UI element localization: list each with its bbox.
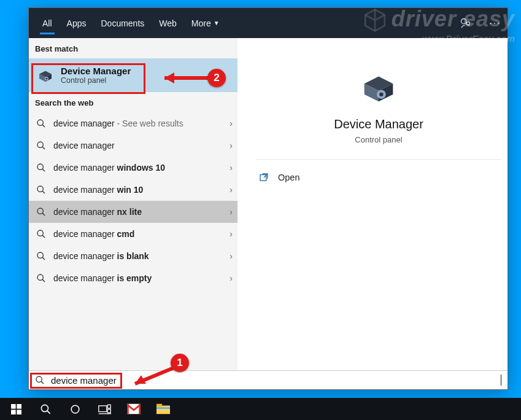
tab-more[interactable]: More▼: [184, 8, 227, 38]
search-icon: [36, 163, 46, 173]
search-icon: [36, 185, 46, 195]
svg-point-38: [41, 405, 48, 411]
open-action[interactable]: Open: [256, 166, 501, 189]
svg-point-8: [37, 142, 43, 147]
more-options-icon[interactable]: ···: [487, 15, 504, 32]
best-match-result[interactable]: Device Manager Control panel: [29, 58, 237, 92]
preview-pane: Device Manager Control panel Open: [237, 38, 507, 370]
svg-rect-41: [98, 405, 106, 411]
svg-line-29: [41, 381, 44, 384]
web-result[interactable]: device manager win 10 ›: [29, 179, 237, 201]
chevron-right-icon: ›: [230, 163, 233, 173]
taskbar-search-button[interactable]: [32, 398, 59, 420]
chevron-right-icon: ›: [230, 119, 233, 128]
svg-rect-35: [17, 404, 21, 409]
search-icon: [36, 207, 46, 217]
text-caret: [501, 375, 501, 386]
divider: [256, 159, 501, 160]
preview-subtitle: Control panel: [256, 135, 501, 144]
search-icon: [35, 375, 45, 385]
svg-point-14: [37, 208, 43, 214]
web-result[interactable]: device manager nx lite ›: [29, 201, 237, 223]
svg-point-12: [37, 186, 43, 192]
start-button[interactable]: [2, 398, 29, 420]
tab-apps[interactable]: Apps: [60, 8, 94, 38]
svg-point-16: [37, 230, 43, 236]
svg-point-40: [71, 405, 79, 413]
svg-point-0: [461, 18, 466, 23]
gmail-icon: [127, 403, 141, 414]
chevron-right-icon: ›: [230, 251, 233, 261]
tab-all[interactable]: All: [35, 8, 60, 38]
svg-point-5: [46, 77, 48, 79]
chevron-right-icon: ›: [230, 185, 233, 195]
feedback-icon[interactable]: [457, 15, 474, 32]
web-result[interactable]: device manager is empty ›: [29, 267, 237, 289]
search-input[interactable]: [51, 375, 501, 386]
device-manager-icon: [36, 66, 55, 85]
svg-rect-37: [17, 410, 21, 414]
best-match-title: Device Manager: [61, 66, 131, 76]
taskbar-gmail-button[interactable]: [120, 398, 147, 420]
svg-rect-34: [11, 404, 16, 409]
search-icon: [36, 273, 46, 283]
svg-rect-46: [127, 404, 129, 414]
search-icon: [40, 403, 52, 415]
taskbar-cortana-button[interactable]: [61, 398, 88, 420]
file-explorer-icon: [156, 403, 170, 414]
search-top-bar: All Apps Documents Web More▼ ···: [29, 8, 507, 38]
chevron-right-icon: ›: [230, 207, 233, 217]
svg-rect-49: [156, 404, 162, 407]
chevron-right-icon: ›: [230, 141, 233, 150]
search-icon: [36, 119, 46, 128]
cortana-icon: [69, 403, 81, 415]
results-column: Best match Device Manager Control panel …: [29, 38, 237, 370]
web-result[interactable]: device manager - See web results ›: [29, 112, 237, 134]
open-icon: [258, 172, 269, 183]
svg-rect-43: [107, 409, 110, 413]
best-match-subtitle: Control panel: [61, 76, 131, 85]
tab-documents[interactable]: Documents: [93, 8, 152, 38]
windows-logo-icon: [11, 404, 21, 414]
svg-line-39: [47, 410, 50, 413]
tab-web[interactable]: Web: [152, 8, 184, 38]
svg-rect-47: [139, 404, 141, 414]
svg-point-20: [37, 274, 43, 280]
svg-line-21: [42, 279, 45, 282]
taskbar: [0, 398, 521, 420]
chevron-right-icon: ›: [230, 229, 233, 239]
svg-line-9: [42, 147, 45, 149]
svg-line-17: [42, 235, 45, 238]
svg-point-18: [37, 252, 43, 258]
svg-rect-48: [156, 406, 170, 414]
web-result[interactable]: device manager ›: [29, 134, 237, 157]
svg-line-19: [42, 257, 45, 260]
section-search-web-label: Search the web: [29, 92, 237, 112]
svg-rect-36: [11, 410, 16, 414]
taskbar-explorer-button[interactable]: [150, 398, 177, 420]
svg-rect-42: [107, 405, 110, 408]
taskbar-taskview-button[interactable]: [91, 398, 118, 420]
search-icon: [36, 229, 46, 239]
search-icon: [36, 141, 46, 150]
preview-title: Device Manager: [256, 117, 501, 131]
chevron-down-icon: ▼: [214, 20, 220, 26]
open-label: Open: [278, 173, 299, 182]
svg-line-15: [42, 213, 45, 216]
web-result[interactable]: device manager windows 10 ›: [29, 157, 237, 179]
svg-line-11: [42, 169, 45, 171]
svg-point-6: [37, 120, 43, 125]
web-result[interactable]: device manager cmd ›: [29, 223, 237, 245]
section-best-match-label: Best match: [29, 38, 237, 58]
search-panel: All Apps Documents Web More▼ ··· Best ma…: [28, 7, 508, 390]
chevron-right-icon: ›: [230, 273, 233, 283]
task-view-icon: [98, 404, 111, 414]
svg-rect-50: [156, 407, 170, 409]
svg-point-10: [37, 164, 43, 169]
device-manager-large-icon: [353, 66, 404, 109]
svg-line-13: [42, 191, 45, 193]
svg-line-7: [42, 125, 45, 127]
web-result[interactable]: device manager is blank ›: [29, 245, 237, 267]
search-bar[interactable]: [29, 370, 507, 389]
search-icon: [36, 251, 46, 261]
